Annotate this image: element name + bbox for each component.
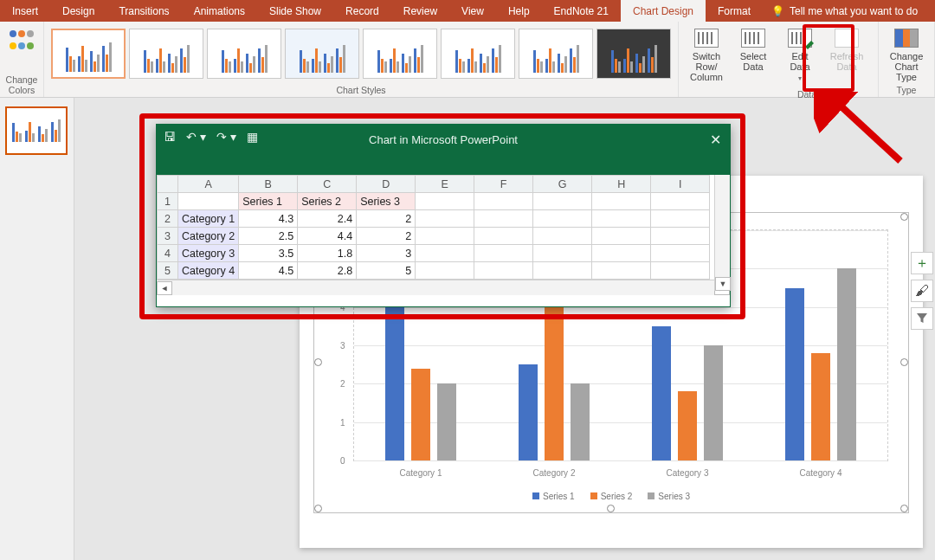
cell-A4[interactable]: Category 3 [178,245,239,262]
chart-data-window[interactable]: 🖫 ↶ ▾ ↷ ▾ ▦ Chart in Microsoft PowerPoin… [156,124,731,307]
cell-B4[interactable]: 3.5 [239,245,298,262]
cell-C4[interactable]: 1.8 [298,245,357,262]
cell-C5[interactable]: 2.8 [298,262,357,280]
cell-B3[interactable]: 2.5 [239,228,298,245]
row-3[interactable]: 3 Category 2 2.5 4.4 2 [158,228,710,245]
tab-endnote[interactable]: EndNote 21 [542,0,621,22]
cell-C1[interactable]: Series 2 [298,193,357,210]
cell-C3[interactable]: 4.4 [298,228,357,245]
tab-insert[interactable]: Insert [0,0,50,22]
bar[interactable] [785,288,804,461]
chart-style-6[interactable] [441,29,515,79]
cell-A2[interactable]: Category 1 [178,210,239,228]
scroll-down-icon[interactable]: ▼ [715,277,731,291]
cell-D3[interactable]: 2 [357,228,416,245]
chart-style-7[interactable] [519,29,593,79]
bar[interactable] [519,364,538,460]
legend-item[interactable]: Series 3 [648,492,690,501]
slide-thumbnail-1[interactable] [5,106,68,155]
row-1[interactable]: 1 Series 1 Series 2 Series 3 [158,193,710,210]
tab-slideshow[interactable]: Slide Show [257,0,333,22]
col-I[interactable]: I [651,176,710,193]
chart-data-titlebar[interactable]: 🖫 ↶ ▾ ↷ ▾ ▦ Chart in Microsoft PowerPoin… [157,125,730,175]
vertical-scrollbar[interactable]: ▼ [714,175,730,291]
col-A[interactable]: A [178,176,239,193]
chart-style-3[interactable] [207,29,281,79]
change-colors-button[interactable]: Change Colors [0,22,44,97]
cell-A3[interactable]: Category 2 [178,228,239,245]
chart-style-1[interactable] [51,29,126,79]
chart-style-2[interactable] [129,29,203,79]
col-B[interactable]: B [239,176,298,193]
resize-handle[interactable] [314,505,322,512]
resize-handle[interactable] [900,358,908,366]
type-group-label: Type [897,83,917,95]
chart-style-4[interactable] [285,29,359,79]
bar[interactable] [411,369,430,460]
chart-styles-button[interactable]: 🖌 [911,280,933,302]
bar[interactable] [571,383,590,460]
tab-review[interactable]: Review [391,0,449,22]
col-D[interactable]: D [357,176,416,193]
slide-thumbnails-pane[interactable] [0,98,74,560]
bar[interactable] [385,295,404,460]
bar[interactable] [437,383,456,460]
slide-editor[interactable]: 🖫 ↶ ▾ ↷ ▾ ▦ Chart in Microsoft PowerPoin… [74,98,935,560]
cell-D1[interactable]: Series 3 [357,193,416,210]
select-all-corner[interactable] [158,176,178,193]
row-5[interactable]: 5 Category 4 4.5 2.8 5 [158,262,710,280]
chart-legend[interactable]: Series 1Series 2Series 3 [319,492,904,501]
col-C[interactable]: C [298,176,357,193]
col-E[interactable]: E [416,176,474,193]
tab-record[interactable]: Record [333,0,391,22]
chart-style-8[interactable] [596,29,671,79]
chart-filters-button[interactable] [911,307,933,330]
chart-styles-gallery[interactable] [49,25,673,82]
row-2[interactable]: 2 Category 1 4.3 2.4 2 [158,210,710,228]
cell-B2[interactable]: 4.3 [239,210,298,228]
tab-animations[interactable]: Animations [182,0,257,22]
tell-me-search[interactable]: Tell me what you want to do [790,5,918,17]
cell-D2[interactable]: 2 [357,210,416,228]
tab-format[interactable]: Format [706,0,763,22]
tab-help[interactable]: Help [496,0,542,22]
cell-D4[interactable]: 3 [357,245,416,262]
edit-data-button[interactable]: Edit Data ▾ [777,25,822,83]
col-H[interactable]: H [592,176,651,193]
bar[interactable] [652,326,671,460]
column-headers[interactable]: A B C D E F G H I [158,176,710,193]
row-4[interactable]: 4 Category 3 3.5 1.8 3 [158,245,710,262]
cell-A1[interactable] [178,193,239,210]
bar[interactable] [837,268,856,460]
chart-style-5[interactable] [363,29,437,79]
cell-C2[interactable]: 2.4 [298,210,357,228]
resize-handle[interactable] [314,358,322,366]
bar[interactable] [678,391,697,460]
resize-handle[interactable] [900,505,908,512]
tab-design[interactable]: Design [50,0,106,22]
cell-A5[interactable]: Category 4 [178,262,239,280]
bar[interactable] [704,345,723,460]
select-data-button[interactable]: Select Data [731,25,776,72]
tab-chart-design[interactable]: Chart Design [621,0,706,22]
legend-item[interactable]: Series 1 [532,492,575,501]
resize-handle[interactable] [900,213,908,221]
horizontal-scrollbar[interactable]: ◄ ► [157,280,730,295]
scroll-left-icon[interactable]: ◄ [157,281,172,295]
col-G[interactable]: G [533,176,592,193]
tab-view[interactable]: View [449,0,496,22]
cell-D5[interactable]: 5 [357,262,416,280]
close-icon[interactable]: ✕ [710,132,721,148]
bar[interactable] [811,353,830,460]
data-grid[interactable]: A B C D E F G H I 1 [157,175,730,280]
chart-elements-button[interactable]: ＋ [911,252,933,274]
bar[interactable] [545,292,564,460]
legend-item[interactable]: Series 2 [590,492,633,501]
cell-B5[interactable]: 4.5 [239,262,298,280]
resize-handle[interactable] [607,505,615,512]
tab-transitions[interactable]: Transitions [106,0,181,22]
cell-B1[interactable]: Series 1 [239,193,298,210]
col-F[interactable]: F [474,176,533,193]
switch-row-column-button[interactable]: Switch Row/ Column [684,25,729,82]
change-chart-type-button[interactable]: Change Chart Type [884,25,929,82]
